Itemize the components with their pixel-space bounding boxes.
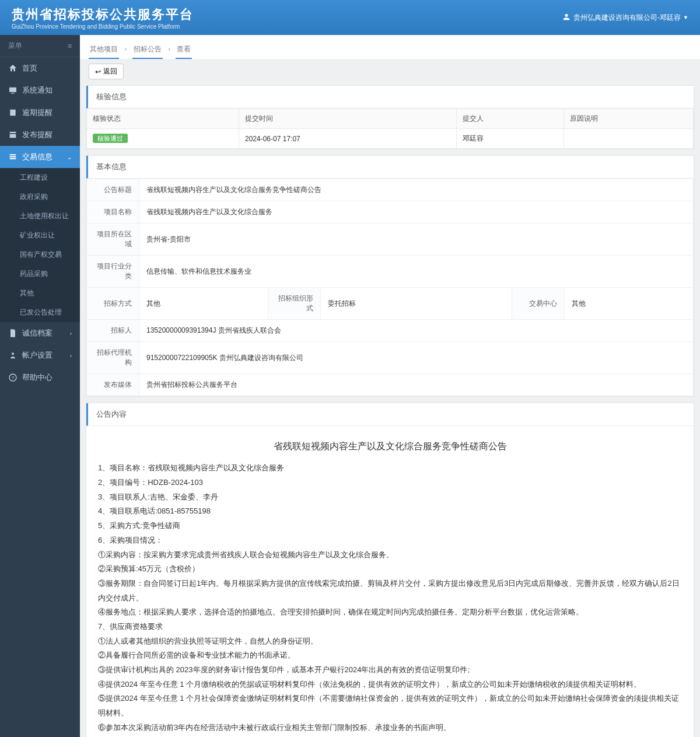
user-name: 贵州弘典建设咨询有限公司-邓廷容 xyxy=(573,13,681,23)
list-icon xyxy=(8,152,18,162)
notice-line: 1、项目名称：省残联短视频内容生产以及文化综合服务 xyxy=(98,461,682,476)
sidebar-item-account[interactable]: 帐户设置 › xyxy=(0,344,80,366)
sidebar-item-help[interactable]: ? 帮助中心 xyxy=(0,366,80,389)
panel-verify-title: 核验信息 xyxy=(86,86,694,109)
svg-text:?: ? xyxy=(12,375,15,380)
user-menu[interactable]: 贵州弘典建设咨询有限公司-邓廷容 ▼ xyxy=(562,12,688,23)
sidebar-item-trade-info[interactable]: 交易信息 ⌄ xyxy=(0,146,80,168)
val-industry: 信息传输、软件和信息技术服务业 xyxy=(139,256,694,288)
panel-basic-title: 基本信息 xyxy=(86,156,694,179)
notice-line: 7、供应商资格要求 xyxy=(98,620,682,634)
panel-verify: 核验信息 核验状态 提交时间 提交人 原因说明 核验通过 2024-06-07 … xyxy=(86,85,694,149)
cell-submit-time: 2024-06-07 17:07 xyxy=(239,129,457,149)
menu-heading: 菜单 ≡ xyxy=(0,35,80,57)
notice-line: ③提供审计机构出具的 2023年度的财务审计报告复印件，或基本开户银行2024年… xyxy=(98,663,682,677)
chevron-right-icon: › xyxy=(70,330,72,337)
notice-line: ④服务地点：根据采购人要求，选择合适的拍摄地点。合理安排拍摄时间，确保在规定时间… xyxy=(98,605,682,620)
sub-gov-purchase[interactable]: 政府采购 xyxy=(0,187,80,207)
notice-line: ③服务期限：自合同签订日起1年内。每月根据采购方提供的宣传线索完成拍摄、剪辑及样… xyxy=(98,577,682,605)
notice-line: ⑤提供2024 年至今任意 1 个月社会保障资金缴纳证明材料复印件（不需要缴纳社… xyxy=(98,691,682,720)
file-icon xyxy=(8,329,18,338)
sub-engineering[interactable]: 工程建设 xyxy=(0,168,80,187)
monitor-icon xyxy=(8,86,18,95)
crumb-view[interactable]: 查看 xyxy=(176,41,192,59)
crumb-other-project[interactable]: 其他项目 xyxy=(89,41,119,59)
notice-line: 3、项目联系人:吉艳、宋金委、李丹 xyxy=(98,490,682,505)
th-submit-time: 提交时间 xyxy=(239,109,457,129)
sub-published[interactable]: 已发公告处理 xyxy=(0,303,80,322)
val-area: 贵州省-贵阳市 xyxy=(139,223,694,256)
notice-line: ①法人或者其他组织的营业执照等证明文件，自然人的身份证明。 xyxy=(98,634,682,649)
sidebar-item-publish-remind[interactable]: 发布提醒 xyxy=(0,124,80,146)
menu-collapse-icon[interactable]: ≡ xyxy=(68,42,72,50)
app-header: 贵州省招标投标公共服务平台 GuiZhou Province Tendering… xyxy=(0,0,700,35)
val-media: 贵州省招标投标公共服务平台 xyxy=(139,374,694,396)
user-icon xyxy=(562,12,571,23)
sidebar-submenu-trade: 工程建设 政府采购 土地使用权出让 矿业权出让 国有产权交易 药品采购 其他 已… xyxy=(0,168,80,322)
notice-line: ②具备履行合同所必需的设备和专业技术能力的书面承诺。 xyxy=(98,648,682,663)
val-agent: 91520000722109905K 贵州弘典建设咨询有限公司 xyxy=(139,342,694,374)
home-icon xyxy=(8,64,18,73)
crumb-bid-notice[interactable]: 招标公告 xyxy=(132,41,163,59)
th-submitter: 提交人 xyxy=(456,109,564,129)
val-project-name: 省残联短视频内容生产以及文化综合服务 xyxy=(139,201,694,223)
back-button[interactable]: ↩ 返回 xyxy=(89,64,124,79)
svg-point-0 xyxy=(12,352,14,355)
val-owner: 13520000009391394J 贵州省残疾人联合会 xyxy=(139,320,694,342)
notice-main-title: 省残联短视频内容生产以及文化综合服务竞争性磋商公告 xyxy=(98,438,682,455)
notice-line: 4、项目联系电话:0851-85755198 xyxy=(98,504,682,519)
notice-line: 6、采购项目情况： xyxy=(98,533,682,548)
notice-lines: 1、项目名称：省残联短视频内容生产以及文化综合服务2、项目编号：HDZB-202… xyxy=(98,461,682,737)
main-content: 其他项目 › 招标公告 › 查看 ↩ 返回 核验信息 核验状态 提交时间 提交人… xyxy=(80,35,700,737)
notice-body: 省残联短视频内容生产以及文化综合服务竞争性磋商公告 1、项目名称：省残联短视频内… xyxy=(86,426,694,737)
cell-reason xyxy=(564,129,693,149)
sub-mining[interactable]: 矿业权出让 xyxy=(0,226,80,245)
notice-line: ⑥参加本次采购活动前3年内在经营活动中未被行政或行业相关主管部门限制投标、承接业… xyxy=(98,721,682,735)
val-notice-title: 省残联短视频内容生产以及文化综合服务竞争性磋商公告 xyxy=(139,179,694,201)
status-badge: 核验通过 xyxy=(93,134,128,143)
back-arrow-icon: ↩ xyxy=(95,68,101,76)
sub-land-use[interactable]: 土地使用权出让 xyxy=(0,207,80,226)
notice-line: ②采购预算:45万元（含税价） xyxy=(98,562,682,577)
panel-content-title: 公告内容 xyxy=(86,403,694,426)
panel-content: 公告内容 省残联短视频内容生产以及文化综合服务竞争性磋商公告 1、项目名称：省残… xyxy=(86,403,694,737)
basic-info-table: 公告标题省残联短视频内容生产以及文化综合服务竞争性磋商公告 项目名称省残联短视频… xyxy=(86,179,694,396)
notice-line: ⑦供应商须承诺：在“信用中国”网站（www.creditchina.gov.cn… xyxy=(98,735,682,737)
publish-icon xyxy=(8,130,18,139)
sidebar-item-system-notice[interactable]: 系统通知 xyxy=(0,79,80,102)
calendar-icon xyxy=(8,108,18,117)
verify-row: 核验通过 2024-06-07 17:07 邓廷容 xyxy=(87,129,694,149)
sidebar: 菜单 ≡ 首页 系统通知 逾期提醒 发布提醒 交易信息 ⌄ 工程建设 政府采购 … xyxy=(0,35,80,737)
sub-medicine[interactable]: 药品采购 xyxy=(0,264,80,284)
settings-icon xyxy=(8,351,18,360)
th-reason: 原因说明 xyxy=(564,109,693,129)
sidebar-item-credit-file[interactable]: 诚信档案 › xyxy=(0,322,80,344)
app-title: 贵州省招标投标公共服务平台 xyxy=(12,6,194,23)
sub-other[interactable]: 其他 xyxy=(0,284,80,303)
notice-line: ①采购内容：按采购方要求完成贵州省残疾人联合会短视频内容生产以及文化综合服务。 xyxy=(98,548,682,563)
verify-table: 核验状态 提交时间 提交人 原因说明 核验通过 2024-06-07 17:07… xyxy=(86,109,694,149)
chevron-down-icon: ⌄ xyxy=(67,154,72,160)
sub-state-asset[interactable]: 国有产权交易 xyxy=(0,245,80,264)
val-org: 委托招标 xyxy=(320,288,512,320)
caret-down-icon: ▼ xyxy=(683,15,688,20)
chevron-right-icon: › xyxy=(70,352,72,359)
notice-line: 2、项目编号：HDZB-2024-103 xyxy=(98,476,682,490)
notice-line: ④提供2024 年至今任意 1 个月缴纳税收的凭据或证明材料复印件（依法免税的，… xyxy=(98,677,682,692)
sidebar-item-home[interactable]: 首页 xyxy=(0,57,80,79)
panel-basic: 基本信息 公告标题省残联短视频内容生产以及文化综合服务竞争性磋商公告 项目名称省… xyxy=(86,155,694,397)
val-center: 其他 xyxy=(565,288,694,320)
cell-submitter: 邓廷容 xyxy=(456,129,564,149)
th-status: 核验状态 xyxy=(87,109,239,129)
help-icon: ? xyxy=(8,373,18,382)
notice-line: 5、采购方式:竞争性磋商 xyxy=(98,519,682,533)
breadcrumb: 其他项目 › 招标公告 › 查看 xyxy=(80,35,700,59)
sidebar-item-overdue-remind[interactable]: 逾期提醒 xyxy=(0,102,80,124)
val-method: 其他 xyxy=(139,288,268,320)
app-subtitle: GuiZhou Province Tendering and Bidding P… xyxy=(12,23,194,30)
